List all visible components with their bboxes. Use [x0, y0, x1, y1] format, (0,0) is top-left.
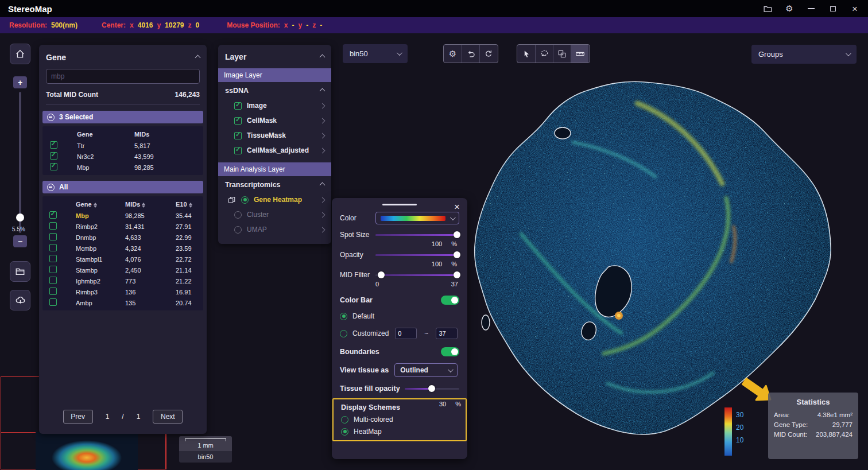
multi-colored-radio[interactable] [341, 416, 348, 424]
chevron-right-icon[interactable] [320, 133, 326, 138]
transcriptomics-section[interactable]: Transcriptomics [225, 177, 324, 192]
sort-icon[interactable] [94, 203, 97, 208]
zoom-out-button[interactable]: − [13, 235, 27, 247]
groups-dropdown[interactable]: Groups [751, 45, 857, 64]
col-gene[interactable]: Gene [61, 201, 115, 208]
table-row[interactable]: Mbp 98,285 [45, 162, 201, 173]
chevron-right-icon[interactable] [320, 227, 326, 232]
bin-size-dropdown[interactable]: bin50 [343, 44, 408, 63]
table-row[interactable]: Ighmbp2 773 21.22 [45, 275, 201, 286]
settings-gear-icon[interactable]: ⚙ [784, 3, 795, 14]
undo-button[interactable] [462, 45, 479, 63]
chevron-right-icon[interactable] [320, 197, 326, 203]
next-page-button[interactable]: Next [153, 410, 183, 424]
gene-checkbox[interactable] [49, 298, 57, 306]
gene-checkbox[interactable] [49, 277, 57, 284]
gene-search-input[interactable] [46, 69, 200, 84]
home-button[interactable] [10, 44, 30, 64]
customized-option-row[interactable]: Customized ~ [340, 328, 459, 339]
all-section-header[interactable]: All [42, 181, 203, 193]
collapse-minus-icon[interactable] [47, 184, 55, 191]
cloud-export-button[interactable] [10, 290, 30, 310]
mid-filter-range-slider[interactable] [375, 271, 459, 279]
view-tissue-dropdown[interactable]: Outlined [394, 363, 458, 377]
table-row[interactable]: Ttr 5,817 [45, 140, 201, 151]
close-button[interactable]: × [850, 3, 860, 14]
layer-radio[interactable] [234, 211, 242, 219]
collapse-chevron-icon[interactable] [320, 182, 326, 188]
measure-tool-button[interactable] [571, 45, 588, 63]
layer-radio[interactable] [241, 196, 249, 204]
col-mids[interactable]: MIDs [115, 201, 165, 208]
selected-section-header[interactable]: 3 Selected [42, 111, 203, 123]
gene-checkbox[interactable] [49, 211, 57, 219]
chevron-right-icon[interactable] [320, 103, 326, 108]
color-bar-toggle[interactable] [441, 296, 459, 305]
table-row[interactable]: Ambp 135 20.74 [45, 297, 201, 308]
chevron-right-icon[interactable] [320, 118, 326, 123]
layer-checkbox[interactable] [234, 132, 242, 139]
layer-item-gene-heatmap[interactable]: Gene Heatmap [225, 192, 324, 207]
heatmap-settings-button[interactable]: ⚙ [444, 45, 462, 63]
default-radio[interactable] [340, 313, 347, 320]
heatmap-radio[interactable] [341, 428, 348, 436]
color-scheme-dropdown[interactable] [375, 212, 459, 224]
tissue-fill-slider[interactable] [405, 385, 459, 393]
layer-item-tissuemask[interactable]: TissueMask [225, 128, 324, 143]
heatmap-option[interactable]: HeatMap [341, 428, 458, 436]
col-e10[interactable]: E10 [165, 201, 201, 208]
zoom-slider-handle[interactable] [16, 213, 24, 222]
layer-checkbox[interactable] [234, 102, 242, 110]
zoom-slider-track[interactable] [19, 92, 21, 233]
collapse-minus-icon[interactable] [47, 114, 55, 121]
layer-item-image[interactable]: Image [225, 98, 324, 113]
gene-checkbox[interactable] [50, 163, 57, 170]
table-row[interactable]: Dnmbp 4,633 22.99 [45, 232, 201, 243]
boundaries-toggle[interactable] [441, 347, 459, 356]
gene-checkbox[interactable] [49, 266, 57, 273]
zoom-in-button[interactable]: + [13, 76, 27, 88]
table-row[interactable]: Nr3c2 43,599 [45, 151, 201, 162]
chevron-right-icon[interactable] [320, 212, 326, 217]
layer-item-cluster[interactable]: Cluster [225, 207, 324, 222]
ssdna-section[interactable]: ssDNA [225, 83, 324, 98]
customized-radio[interactable] [340, 330, 347, 337]
opacity-slider[interactable] [375, 251, 459, 259]
layer-item-cellmask[interactable]: CellMask [225, 113, 324, 128]
file-manager-button[interactable] [10, 261, 30, 282]
refresh-button[interactable] [479, 45, 497, 63]
spot-size-slider[interactable] [375, 231, 459, 239]
merge-tool-button[interactable] [553, 45, 571, 63]
gene-panel-header[interactable]: Gene [46, 51, 200, 64]
gene-checkbox[interactable] [50, 152, 57, 160]
slider-handle[interactable] [428, 385, 435, 392]
gene-checkbox[interactable] [49, 288, 57, 295]
slider-handle[interactable] [454, 231, 460, 238]
lasso-tool-button[interactable] [535, 45, 553, 63]
slider-handle[interactable] [454, 251, 460, 258]
layer-item-umap[interactable]: UMAP [225, 222, 324, 237]
custom-max-input[interactable] [436, 328, 458, 339]
gene-checkbox[interactable] [50, 141, 57, 149]
layer-panel-header[interactable]: Layer [225, 50, 324, 64]
gene-checkbox[interactable] [49, 233, 57, 240]
minimize-button[interactable] [806, 3, 816, 14]
gene-checkbox[interactable] [49, 255, 57, 262]
layer-item-cellmask-adjusted[interactable]: CellMask_adjusted [225, 143, 324, 158]
table-row[interactable]: Mbp 98,285 35.44 [45, 210, 201, 221]
cursor-tool-button[interactable] [517, 45, 535, 63]
table-row[interactable]: Rimbp2 31,431 27.91 [45, 221, 201, 232]
range-handle-max[interactable] [454, 271, 460, 278]
drag-handle[interactable] [382, 204, 417, 205]
default-option-row[interactable]: Default [340, 312, 459, 320]
open-folder-icon[interactable] [762, 3, 773, 14]
layer-checkbox[interactable] [234, 147, 242, 154]
collapse-chevron-icon[interactable] [195, 55, 201, 60]
chevron-right-icon[interactable] [320, 147, 326, 153]
image-layer-row[interactable]: Image Layer [218, 68, 331, 82]
layer-radio[interactable] [234, 226, 242, 234]
multi-colored-option[interactable]: Multi-colored [341, 415, 458, 424]
gene-checkbox[interactable] [49, 222, 57, 230]
custom-min-input[interactable] [395, 328, 417, 339]
sort-icon[interactable] [142, 203, 145, 208]
